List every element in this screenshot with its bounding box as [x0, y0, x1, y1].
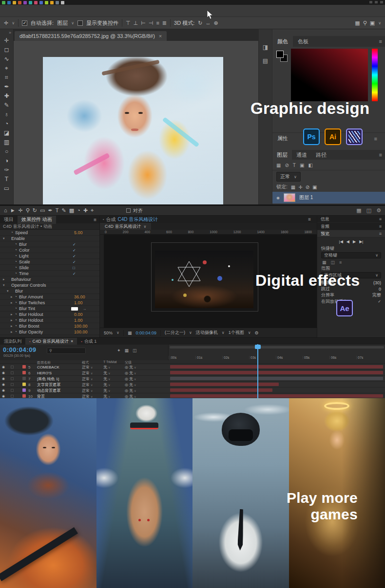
shortcut-select[interactable]: 空格键 ∨ — [321, 252, 381, 258]
tab-composition-2[interactable]: ▪ 合成 1 — [77, 338, 100, 345]
stopwatch-icon[interactable]: ◔ — [15, 318, 19, 322]
preview-panel-tab[interactable]: 预览 ≡ — [317, 230, 385, 238]
property-value[interactable]: 100.00 — [74, 330, 88, 334]
tool-icon[interactable]: ► — [10, 207, 16, 214]
tool-icon[interactable]: ✛ — [19, 207, 23, 214]
3d-mode-icon[interactable]: ⊕ — [213, 20, 218, 26]
panel-menu-icon[interactable]: ≡ — [308, 217, 311, 222]
tool-icon[interactable]: ↻ — [33, 207, 37, 214]
layer-name[interactable]: HERO'S — [37, 370, 52, 376]
align-icon[interactable]: ⊣ — [149, 20, 154, 26]
effect-property-row[interactable]: ▸ ◔ Blur Amount 36.00 — [0, 294, 99, 300]
layer-color-swatch[interactable] — [22, 371, 26, 374]
effect-property-row[interactable]: ◔ Blur Tint → — [0, 306, 99, 312]
visibility-eye-icon[interactable]: ◉ — [2, 364, 5, 370]
column-trkmat[interactable]: T TrkMat — [103, 360, 116, 364]
lock-toggle[interactable] — [11, 383, 14, 386]
layer-trkmat[interactable]: 无∨ — [103, 393, 110, 398]
timeline-layer-row[interactable]: ◉ 9 动态背景遮罩 正常∨ 无∨ ◎ 无∨ — [0, 387, 385, 393]
color-picker-field[interactable] — [291, 49, 368, 101]
tool-icon[interactable]: ▭ — [40, 207, 45, 214]
fg-bg-swatches[interactable] — [276, 51, 289, 63]
chevron-down-icon[interactable]: ∨ — [222, 331, 225, 335]
skip-value[interactable]: 0 — [379, 287, 381, 292]
toolbar-icon[interactable]: ▣ — [370, 20, 375, 26]
property-value[interactable]: 36.00 — [74, 294, 85, 299]
close-tab-icon[interactable]: × — [71, 339, 73, 344]
taskbar-app-icon[interactable] — [23, 1, 27, 4]
lock-toggle[interactable] — [11, 371, 14, 374]
3d-mode-icon[interactable]: ↻ — [198, 20, 202, 26]
last-frame-button[interactable]: ▶| — [359, 239, 363, 244]
align-icon[interactable]: ≡ — [156, 20, 159, 26]
tool-icon[interactable]: T — [56, 207, 59, 214]
tool-icon[interactable]: ✛ — [4, 36, 9, 45]
blend-mode-select[interactable]: 正常 ∨ — [276, 172, 301, 182]
pickwhip-icon[interactable]: ◎ — [125, 371, 128, 375]
layer-trkmat[interactable]: 无∨ — [103, 370, 110, 376]
layer-filter-icon[interactable]: ◧ — [308, 163, 312, 168]
frame-blend-icon[interactable]: ▦ — [125, 348, 129, 353]
zoom-level[interactable]: 50% — [104, 331, 113, 335]
collapse-chevrons-icon[interactable]: » — [9, 30, 11, 36]
expand-arrow-icon[interactable]: ▸ — [11, 330, 15, 334]
tool-icon[interactable]: ⌂ — [4, 207, 7, 214]
stopwatch-icon[interactable]: ◔ — [15, 312, 19, 316]
color-swatch[interactable] — [71, 307, 78, 311]
layer-trkmat[interactable]: 无∨ — [103, 376, 110, 382]
cache-checkbox[interactable]: ✓ — [378, 299, 381, 304]
tab-swatches[interactable]: 色板 — [293, 36, 313, 47]
graph-editor-icon[interactable]: ✦ — [117, 348, 121, 353]
grid-options-icon[interactable]: ▦ — [128, 331, 132, 335]
overlays-include-icon[interactable]: ≡ — [339, 260, 342, 265]
pickwhip-icon[interactable]: ◎ — [125, 377, 128, 381]
tool-icon[interactable]: ∿ — [4, 55, 9, 64]
chevron-down-icon[interactable]: ∨ — [378, 21, 381, 25]
effect-property-row[interactable]: ▾ Enable — [0, 236, 99, 241]
lock-toggle[interactable] — [11, 366, 14, 368]
lock-option-icon[interactable]: ▣ — [312, 184, 317, 190]
tool-icon[interactable]: ✚ — [83, 207, 88, 214]
playhead-handle[interactable] — [255, 345, 261, 349]
tab-render-queue[interactable]: 渲染队列 — [0, 338, 25, 345]
tool-icon[interactable]: ✎ — [61, 207, 66, 214]
expand-arrow-icon[interactable]: ▸ — [11, 324, 15, 328]
previous-frame-button[interactable]: ◀ — [346, 239, 349, 244]
3d-mode-icon[interactable]: ↔ — [205, 20, 211, 26]
timeline-layer-row[interactable]: ◉ 10 背景 正常∨ 无∨ ◎ 无∨ — [0, 393, 385, 398]
chevron-down-icon[interactable]: ∨ — [248, 331, 251, 335]
chevron-down-icon[interactable]: ∨ — [116, 331, 119, 335]
stopwatch-icon[interactable]: ◔ — [15, 300, 19, 305]
layer-name[interactable]: COMEBACK — [37, 364, 59, 370]
pickwhip-icon[interactable]: ◎ — [125, 383, 128, 387]
layer-color-swatch[interactable] — [22, 365, 26, 368]
snap-checkbox[interactable] — [126, 208, 131, 213]
layer-blend-mode[interactable]: 正常∨ — [82, 387, 93, 393]
layer-blend-mode[interactable]: 正常∨ — [82, 364, 93, 370]
taskbar-app-icon[interactable] — [13, 1, 16, 4]
close-tab-icon[interactable]: × — [159, 33, 162, 39]
layer-blend-mode[interactable]: 正常∨ — [82, 370, 93, 376]
layer-trkmat[interactable]: 无∨ — [103, 364, 110, 370]
tool-icon[interactable]: ◻ — [4, 45, 9, 55]
gear-icon[interactable]: ⚙ — [255, 331, 259, 335]
property-checkbox[interactable]: ✓ — [73, 242, 76, 247]
effect-property-row[interactable]: ◔ Blur ✓ — [0, 241, 99, 247]
shy-layers-icon[interactable]: ◫ — [133, 348, 137, 353]
canvas-area[interactable] — [14, 41, 258, 204]
effect-property-row[interactable]: ▸ ◔ Blur Opacity 100.00 — [0, 329, 99, 335]
taskbar-app-icon[interactable] — [39, 1, 43, 4]
visibility-eye-icon[interactable]: ◉ — [2, 393, 5, 398]
tab-paths[interactable]: 路径 — [311, 150, 331, 160]
auto-select-checkbox[interactable]: ✓ — [22, 20, 27, 26]
work-area-bar[interactable] — [170, 346, 384, 349]
lock-option-icon[interactable]: ▦ — [291, 184, 295, 190]
layer-filter-icon[interactable]: ⊘ — [285, 163, 289, 168]
tool-icon[interactable]: ○ — [5, 147, 8, 156]
property-checkbox[interactable]: ✓ — [73, 272, 76, 276]
lock-option-icon[interactable]: ✛ — [298, 184, 302, 190]
layer-color-swatch[interactable] — [22, 377, 26, 380]
snap-toggle[interactable]: 对齐 — [126, 207, 143, 214]
stopwatch-icon[interactable]: ◔ — [15, 242, 19, 246]
panel-menu-icon[interactable]: ≡ — [374, 136, 377, 142]
